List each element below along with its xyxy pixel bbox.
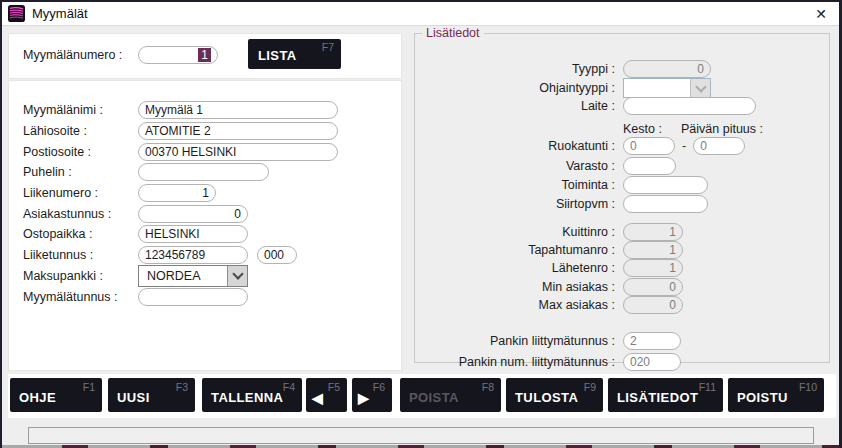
lunch-hour-label: Ruokatunti : [415, 139, 623, 153]
form-row: Maksupankki : NORDEA [9, 266, 401, 287]
transfer-date-input[interactable] [623, 195, 708, 213]
store-number-label: Myymälänumero : [23, 48, 138, 62]
selected-text: 1 [198, 48, 211, 62]
operation-label: Toiminta : [415, 178, 623, 192]
bank-num-interface-id-label: Pankin num. liittymätunnus : [415, 355, 623, 369]
receipt-number-input: 1 [623, 223, 683, 241]
form-row: Liikenumero : 1 [9, 183, 401, 204]
day-length-header: Päivän pituus : [681, 122, 763, 136]
form-row: Myymälätunnus : [9, 286, 401, 307]
transaction-number-label: Tapahtumanro : [415, 243, 623, 257]
poistu-button[interactable]: F10 POISTU [728, 378, 824, 412]
business-id-input[interactable]: 123456789 [138, 246, 248, 264]
purchase-place-label: Ostopaikka : [23, 227, 138, 241]
operation-input[interactable] [623, 176, 708, 194]
business-id-label: Liiketunnus : [23, 248, 138, 262]
store-number-input[interactable]: 1 [138, 46, 218, 64]
next-button[interactable]: F6 ▶ [352, 378, 392, 412]
type-label: Tyyppi : [415, 62, 623, 76]
form-row: Lähiosoite : ATOMITIE 2 [9, 121, 401, 142]
device-input[interactable] [623, 97, 756, 115]
arrow-right-icon: ▶ [358, 390, 369, 406]
close-icon[interactable]: ✕ [815, 7, 827, 21]
warehouse-label: Varasto : [415, 159, 623, 173]
shipment-number-input: 1 [623, 259, 683, 277]
previous-button[interactable]: F5 ◀ [306, 378, 347, 412]
form-row: Asiakastunnus : 0 [9, 203, 401, 224]
bank-interface-id-label: Pankin liittymätunnus : [415, 334, 623, 348]
title-bar: Myymälät ✕ [2, 2, 839, 26]
bank-interface-id-input[interactable]: 2 [623, 332, 681, 350]
store-number-panel: Myymälänumero : 1 F7 LISTA [8, 33, 402, 79]
app-logo-icon [8, 5, 25, 22]
receipt-number-label: Kuittinro : [415, 225, 623, 239]
phone-label: Puhelin : [23, 165, 138, 179]
day-length-input[interactable]: 0 [693, 137, 745, 155]
street-address-input[interactable]: ATOMITIE 2 [138, 122, 338, 140]
min-customer-label: Min asiakas : [415, 280, 623, 294]
range-dash: - [682, 139, 686, 153]
min-customer-input: 0 [623, 278, 683, 296]
store-id-label: Myymälätunnus : [23, 290, 138, 304]
transaction-number-input: 1 [623, 241, 683, 259]
max-customer-input: 0 [623, 296, 683, 314]
postal-address-label: Postiosoite : [23, 145, 138, 159]
bank-num-interface-id-input[interactable]: 020 [623, 353, 681, 371]
form-row: Puhelin : [9, 162, 401, 183]
lunch-duration-input[interactable]: 0 [623, 137, 675, 155]
form-row: Liiketunnus : 123456789 000 [9, 245, 401, 266]
tallenna-button[interactable]: F4 TALLENNA [202, 378, 302, 412]
device-label: Laite : [415, 99, 623, 113]
customer-id-label: Asiakastunnus : [23, 207, 138, 221]
duration-header: Kesto : [623, 122, 681, 136]
form-row: Ostopaikka : HELSINKI [9, 224, 401, 245]
poista-button: F8 POISTA [400, 378, 501, 412]
controller-type-select[interactable] [623, 78, 711, 98]
form-row: Myymälänimi : Myymälä 1 [9, 100, 401, 121]
lisatiedot-button[interactable]: F11 LISÄTIEDOT [608, 378, 723, 412]
purchase-place-input[interactable]: HELSINKI [138, 225, 248, 243]
payment-bank-label: Maksupankki : [23, 269, 138, 283]
business-number-input[interactable]: 1 [138, 184, 216, 202]
max-customer-label: Max asiakas : [415, 298, 623, 312]
street-address-label: Lähiosoite : [23, 124, 138, 138]
tulosta-button[interactable]: F9 TULOSTA [506, 378, 603, 412]
window-title: Myymälät [32, 6, 88, 21]
type-input: 0 [623, 60, 711, 78]
shipment-number-label: Lähetenro : [415, 261, 623, 275]
lista-fkey-label: F7 [322, 41, 334, 53]
payment-bank-select[interactable]: NORDEA [138, 265, 248, 287]
customer-id-input[interactable]: 0 [138, 205, 248, 223]
transfer-date-label: Siirtopvm : [415, 197, 623, 211]
status-bar [28, 427, 814, 444]
chevron-down-icon [227, 266, 247, 286]
additional-info-fieldset: Lisätiedot Tyyppi : 0 Ohjaintyyppi : Lai… [414, 26, 830, 363]
business-id-suffix-input[interactable]: 000 [257, 246, 297, 264]
lista-button[interactable]: F7 LISTA [248, 39, 341, 69]
store-name-input[interactable]: Myymälä 1 [138, 101, 338, 119]
store-form-panel: Myymälänimi : Myymälä 1 Lähiosoite : ATO… [8, 80, 402, 371]
arrow-left-icon: ◀ [312, 390, 323, 406]
uusi-button[interactable]: F3 UUSI [108, 378, 195, 412]
postal-address-input[interactable]: 00370 HELSINKI [138, 143, 338, 161]
ohje-button[interactable]: F1 OHJE [10, 378, 102, 412]
chevron-down-icon [690, 79, 710, 97]
store-id-input[interactable] [138, 288, 248, 306]
form-row: Postiosoite : 00370 HELSINKI [9, 141, 401, 162]
warehouse-input[interactable] [623, 157, 676, 175]
additional-info-legend: Lisätiedot [422, 26, 484, 40]
controller-type-label: Ohjaintyyppi : [415, 81, 623, 95]
phone-input[interactable] [138, 163, 269, 181]
business-number-label: Liikenumero : [23, 186, 138, 200]
store-name-label: Myymälänimi : [23, 103, 138, 117]
